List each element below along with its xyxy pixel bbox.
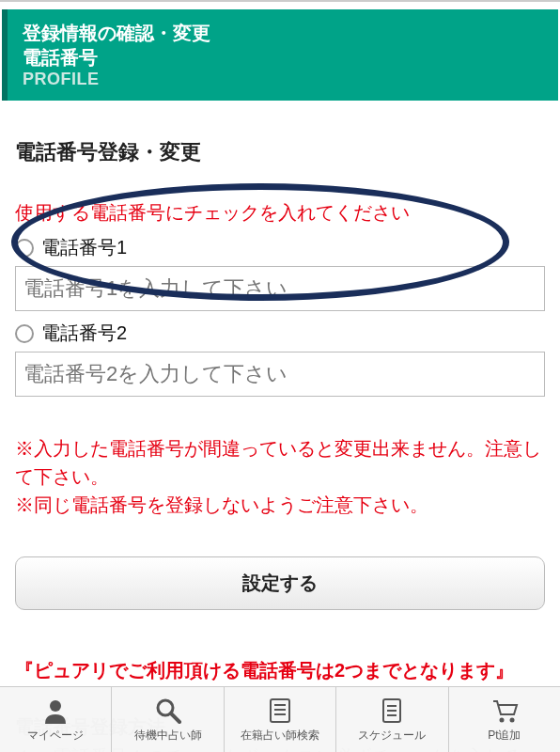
submit-button[interactable]: 設定する — [15, 556, 545, 610]
notice-text: 『ピュアリでご利用頂ける電話番号は2つまでとなります』 — [15, 657, 545, 683]
cart-icon — [490, 696, 520, 726]
nav-schedule-label: スケジュール — [358, 728, 426, 744]
svg-point-11 — [499, 718, 504, 723]
phone2-label: 電話番号2 — [41, 321, 127, 346]
phone1-label: 電話番号1 — [41, 235, 127, 260]
nav-mypage-label: マイページ — [27, 728, 84, 744]
header-profile: PROFILE — [23, 70, 543, 89]
svg-line-2 — [171, 713, 179, 722]
person-icon — [40, 696, 70, 726]
document-icon — [377, 696, 407, 726]
phone1-group: 電話番号1 — [15, 231, 545, 311]
nav-pt[interactable]: Pt追加 — [449, 687, 560, 752]
profile-header: 登録情報の確認・変更 電話番号 PROFILE — [2, 9, 558, 101]
header-title-2: 電話番号 — [23, 45, 543, 70]
bottom-nav: マイページ 待機中占い師 在籍占い師検索 スケジュール Pt追加 — [0, 686, 560, 752]
section-title: 電話番号登録・変更 — [15, 138, 545, 166]
caution-line-2: ※同じ電話番号を登録しないようご注意下さい。 — [15, 491, 545, 519]
phone1-radio[interactable] — [15, 239, 34, 258]
list-icon — [265, 696, 295, 726]
magnifier-icon — [153, 696, 183, 726]
nav-mypage[interactable]: マイページ — [0, 687, 112, 752]
header-title-1: 登録情報の確認・変更 — [23, 21, 543, 45]
phone2-input[interactable] — [15, 352, 545, 397]
phone2-radio[interactable] — [15, 324, 34, 343]
phone1-input[interactable] — [15, 266, 545, 311]
nav-waiting[interactable]: 待機中占い師 — [112, 687, 224, 752]
nav-pt-label: Pt追加 — [488, 728, 521, 744]
nav-search[interactable]: 在籍占い師検索 — [225, 687, 336, 752]
svg-point-12 — [509, 718, 514, 723]
instruction-text: 使用する電話番号にチェックを入れてください — [15, 200, 545, 226]
caution-block: ※入力した電話番号が間違っていると変更出来ません。注意して下さい。 ※同じ電話番… — [15, 434, 545, 519]
caution-line-1: ※入力した電話番号が間違っていると変更出来ません。注意して下さい。 — [15, 434, 545, 491]
svg-point-0 — [50, 700, 61, 712]
phone2-group: 電話番号2 — [15, 317, 545, 397]
nav-search-label: 在籍占い師検索 — [241, 728, 319, 744]
nav-schedule[interactable]: スケジュール — [336, 687, 448, 752]
nav-waiting-label: 待機中占い師 — [134, 728, 202, 744]
